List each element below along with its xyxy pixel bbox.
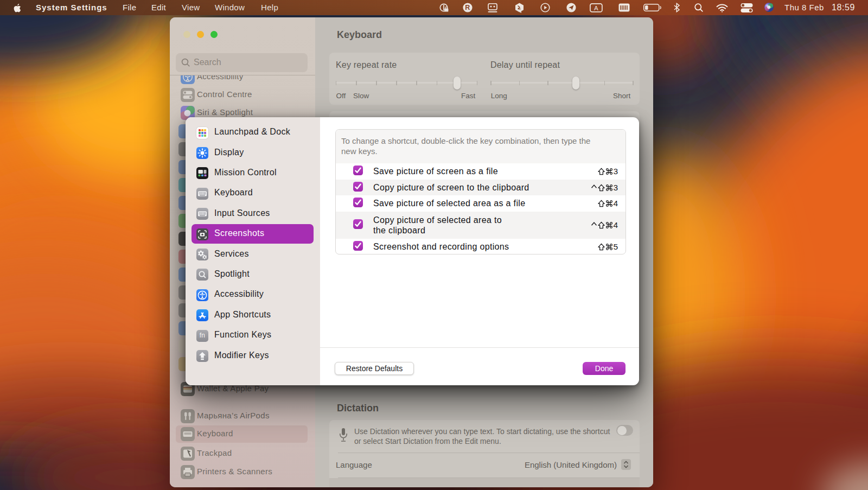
svg-text:R: R xyxy=(465,4,470,11)
svg-text:A: A xyxy=(594,5,598,11)
